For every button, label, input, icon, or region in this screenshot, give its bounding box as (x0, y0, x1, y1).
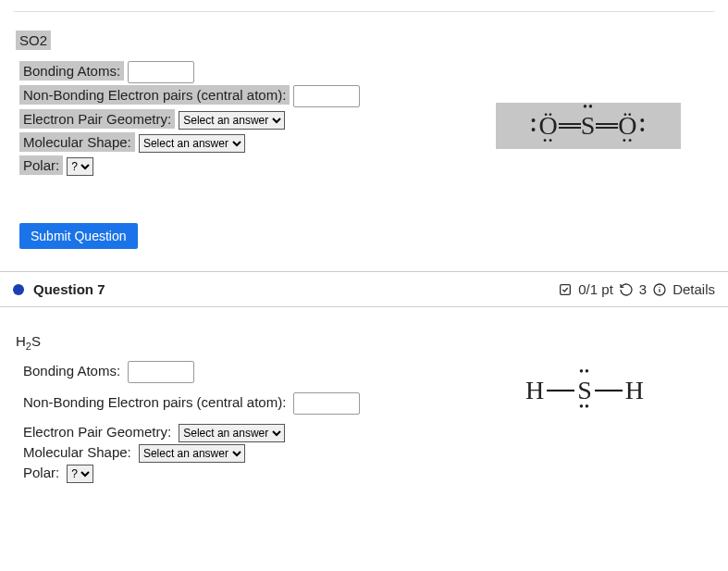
polar-label: Polar: (19, 463, 63, 482)
molecule-formula-so2: SO2 (16, 31, 714, 52)
details-link[interactable]: Details (672, 281, 715, 297)
nonbonding-label: Non-Bonding Electron pairs (central atom… (19, 392, 290, 412)
shape-label: Molecular Shape: (19, 442, 135, 462)
epg-label: Electron Pair Geometry: (19, 422, 175, 441)
polar-label: Polar: (19, 155, 63, 175)
points-text: 0/1 pt (578, 281, 613, 297)
epg-label: Electron Pair Geometry: (19, 109, 175, 129)
checkbox-icon (558, 282, 573, 297)
shape-select[interactable]: Select an answer (139, 444, 245, 463)
nonbonding-input[interactable] (293, 392, 360, 415)
svg-rect-0 (561, 284, 571, 294)
nonbonding-input[interactable] (293, 85, 360, 107)
question-header: Question 7 0/1 pt 3 Details (0, 272, 728, 307)
epg-select[interactable]: Select an answer (179, 111, 285, 130)
shape-select[interactable]: Select an answer (139, 134, 245, 153)
bonding-atoms-input[interactable] (128, 61, 194, 83)
svg-point-3 (659, 286, 660, 287)
retry-icon (619, 282, 634, 297)
bonding-atoms-label: Bonding Atoms: (19, 361, 124, 380)
shape-label: Molecular Shape: (19, 132, 135, 152)
nonbonding-label: Non-Bonding Electron pairs (central atom… (19, 85, 290, 105)
polar-select[interactable]: ? (67, 465, 93, 483)
lewis-structure-so2: •• Ö•• S•• Ö•• •• (496, 103, 681, 149)
epg-select[interactable]: Select an answer (179, 424, 285, 442)
question-title: Question 7 (33, 281, 558, 297)
info-icon (652, 282, 667, 297)
polar-select[interactable]: ? (67, 157, 93, 176)
submit-button[interactable]: Submit Question (19, 223, 138, 249)
bonding-atoms-input[interactable] (128, 361, 194, 383)
bonding-atoms-label: Bonding Atoms: (19, 61, 124, 81)
divider (14, 11, 714, 12)
attempts-text: 3 (639, 281, 647, 297)
molecule-formula-h2s: H2S (16, 333, 714, 352)
question-bullet-icon (13, 284, 24, 295)
lewis-structure-h2s: HS••••H (492, 363, 677, 418)
